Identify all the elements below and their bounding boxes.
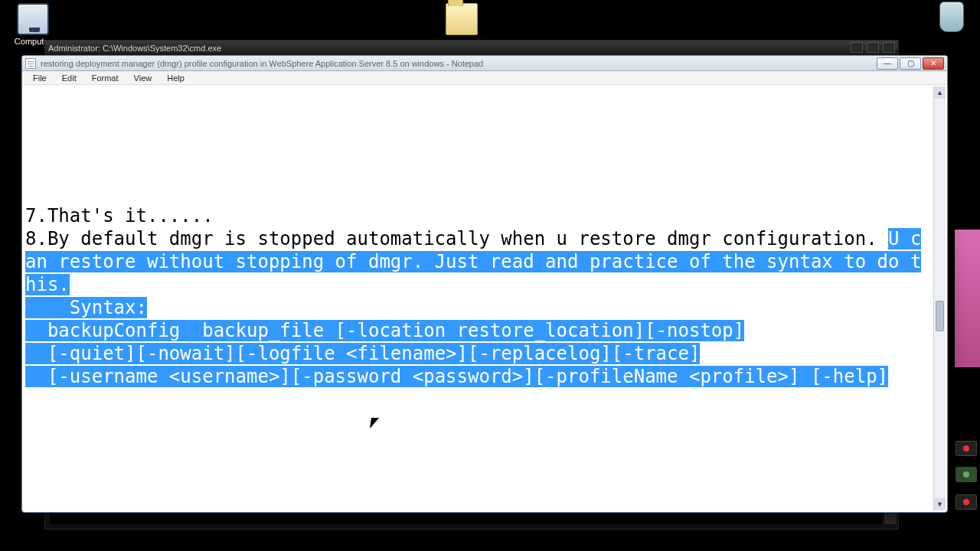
scroll-up-button[interactable]: ▲ [934, 86, 946, 99]
scroll-thumb[interactable] [936, 301, 944, 331]
cmd-titlebar[interactable]: Administrator: C:\Windows\System32\cmd.e… [45, 41, 898, 56]
monitor-icon [17, 3, 49, 35]
recorder-button-1[interactable] [956, 441, 977, 456]
recycle-bin-icon [939, 2, 964, 32]
recorder-button-2[interactable] [956, 467, 977, 482]
minimize-button[interactable]: — [877, 57, 898, 70]
record-icon [963, 499, 969, 505]
background-window-sliver [954, 230, 980, 367]
notepad-window[interactable]: restoring deployment manager (dmgr) prof… [21, 55, 948, 513]
notepad-text-area[interactable]: 7.That's it...... 8.By default dmgr is s… [24, 86, 933, 510]
text-selected: U can restore without stopping of dmgr. … [25, 228, 921, 387]
menu-help[interactable]: Help [161, 73, 191, 83]
cmd-window-buttons [849, 42, 895, 54]
folder-icon [446, 3, 478, 35]
status-icon [963, 471, 969, 478]
maximize-button[interactable]: ▢ [900, 57, 921, 70]
text-unselected-before: 7.That's it...... 8.By default dmgr is s… [25, 205, 888, 249]
notepad-vertical-scrollbar[interactable]: ▲ ▼ [933, 86, 946, 510]
notepad-menubar: File Edit Format View Help [22, 71, 947, 85]
notepad-icon [25, 58, 36, 69]
menu-file[interactable]: File [27, 73, 53, 83]
cmd-maximize-button[interactable] [867, 42, 879, 53]
notepad-titlebar[interactable]: restoring deployment manager (dmgr) prof… [22, 56, 947, 71]
desktop-icon-recycle-bin[interactable] [925, 2, 978, 32]
notepad-title-text: restoring deployment manager (dmgr) prof… [41, 59, 483, 68]
menu-edit[interactable]: Edit [56, 73, 83, 83]
menu-view[interactable]: View [128, 73, 158, 83]
scroll-down-button[interactable]: ▼ [934, 498, 946, 510]
desktop: Computer Administrator: C:\Windows\Syste… [0, 0, 980, 542]
menu-format[interactable]: Format [86, 73, 125, 83]
cmd-close-button[interactable] [883, 42, 895, 53]
record-icon [963, 445, 969, 452]
letterbox-bottom [0, 542, 980, 551]
cmd-minimize-button[interactable] [851, 42, 863, 53]
desktop-icon-folder[interactable] [435, 3, 488, 37]
blank-space [25, 90, 930, 204]
close-button[interactable]: ✕ [923, 57, 944, 70]
cmd-title-text: Administrator: C:\Windows\System32\cmd.e… [48, 44, 221, 53]
recorder-button-3[interactable] [956, 494, 977, 510]
